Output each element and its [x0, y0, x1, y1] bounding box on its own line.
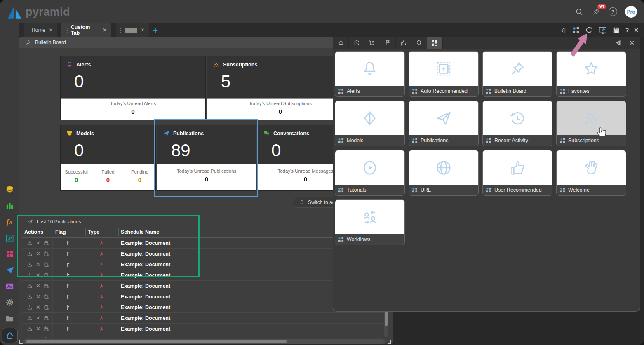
- bell-icon: [360, 59, 379, 78]
- tab-search[interactable]: [411, 37, 427, 49]
- gallery-tile-label: Publications: [421, 138, 448, 143]
- tab-flagged[interactable]: [380, 37, 396, 49]
- download-icon[interactable]: [26, 326, 33, 332]
- sidebar-item-formulate[interactable]: fx: [5, 217, 15, 227]
- gallery-tile-subscriptions[interactable]: Subscriptions: [556, 101, 626, 146]
- schedule-export-icon[interactable]: [43, 336, 50, 338]
- tab-redacted[interactable]: ✕: [116, 23, 149, 37]
- horizontal-scrollbar[interactable]: [23, 339, 385, 344]
- history-icon: [353, 39, 360, 47]
- sidebar-item-illustrate[interactable]: [5, 281, 15, 291]
- gallery-tile-alerts[interactable]: Alerts: [335, 51, 405, 97]
- delete-icon[interactable]: ✕: [36, 304, 40, 310]
- schedule-name: Example: Document: [118, 324, 193, 334]
- schedule-export-icon[interactable]: [43, 326, 50, 332]
- download-icon[interactable]: [26, 304, 33, 311]
- avatar[interactable]: Pro: [625, 6, 637, 18]
- tab-custom[interactable]: Custom Tab ✕: [61, 23, 111, 37]
- tab-bar: Home ✕ Custom Tab ✕ ✕ + ? ✕: [19, 23, 644, 37]
- sidebar-item-content[interactable]: [5, 313, 15, 323]
- close-tab-icon[interactable]: ✕: [103, 27, 107, 33]
- download-icon[interactable]: [26, 293, 33, 300]
- add-widget-icon: [486, 188, 491, 193]
- schedule-export-icon[interactable]: [43, 315, 50, 322]
- gallery-tile-welcome[interactable]: Welcome: [556, 150, 626, 196]
- flag-icon[interactable]: [66, 326, 72, 332]
- drag-handle-icon: [120, 28, 121, 33]
- gallery-tile-auto-recommended[interactable]: Auto Recommended: [409, 51, 479, 97]
- hand-cursor-icon: [595, 126, 608, 140]
- add-widget-icon: [560, 89, 565, 94]
- close-tab-icon[interactable]: ✕: [141, 27, 145, 33]
- design-chart-icon: [5, 233, 14, 243]
- gallery-tile-label: Recent Activity: [494, 138, 528, 143]
- panel-title: Bulletin Board: [35, 40, 66, 45]
- close-tab-icon[interactable]: ✕: [49, 27, 53, 33]
- save-icon[interactable]: [612, 26, 620, 34]
- help-icon[interactable]: ?: [609, 7, 617, 16]
- table-row[interactable]: ✕Example: Document: [22, 334, 388, 338]
- schedule-export-icon[interactable]: [43, 293, 50, 300]
- gallery-tile-recent-activity[interactable]: Recent Activity: [482, 101, 552, 146]
- gallery-tile-user-recommended[interactable]: User Recommended: [482, 150, 552, 196]
- download-icon[interactable]: [26, 283, 33, 289]
- tab-favorites[interactable]: [333, 37, 349, 49]
- close-icon[interactable]: ✕: [634, 27, 639, 33]
- search-icon[interactable]: [575, 7, 584, 16]
- schedule-export-icon[interactable]: [43, 283, 50, 289]
- tab-gallery[interactable]: [427, 37, 443, 49]
- delete-icon[interactable]: ✕: [36, 326, 40, 332]
- gallery-tile-url[interactable]: URL: [409, 150, 479, 196]
- sidebar-item-publish[interactable]: [5, 265, 15, 275]
- tab-content-tree[interactable]: [364, 37, 380, 49]
- tab-recommended[interactable]: [396, 37, 411, 49]
- stat-successful: Successful0: [61, 167, 92, 190]
- schedule-export-icon[interactable]: [43, 304, 50, 311]
- gallery-tile-bulletin-board[interactable]: Bulletin Board: [482, 51, 552, 97]
- kpi-tile-models: Models 0 Successful0 Failed0 Pending0: [60, 125, 156, 191]
- bar-chart-icon: [5, 201, 14, 211]
- delete-icon[interactable]: ✕: [36, 283, 40, 289]
- sidebar-item-home[interactable]: [2, 328, 18, 343]
- gear-icon: [5, 298, 14, 307]
- pushpin-icon: [25, 39, 32, 46]
- flag-icon[interactable]: [66, 336, 72, 338]
- flag-icon[interactable]: [66, 315, 72, 322]
- sidebar-item-tabulate[interactable]: [5, 249, 15, 259]
- download-icon[interactable]: [26, 315, 33, 322]
- table-row[interactable]: ✕Example: Document: [22, 313, 388, 324]
- redacted-tab-label: [125, 28, 137, 33]
- tile-title: Models: [76, 131, 94, 136]
- configure-icon[interactable]: [598, 26, 607, 35]
- sidebar-item-admin[interactable]: [5, 297, 15, 307]
- add-widget-icon: [486, 89, 491, 94]
- sidebar-item-model[interactable]: [5, 185, 15, 195]
- help-icon[interactable]: ?: [625, 27, 629, 33]
- panel-collapse-icon[interactable]: [615, 39, 623, 47]
- gallery-tile-publications[interactable]: Publications: [409, 101, 479, 146]
- bell-icon: [66, 61, 73, 68]
- gallery-tile-models[interactable]: Models: [335, 101, 405, 146]
- table-row[interactable]: ✕Example: Document: [22, 324, 388, 334]
- flag-icon[interactable]: [66, 283, 72, 289]
- add-widget-icon: [412, 89, 418, 94]
- gallery-tile-label: URL: [421, 187, 431, 193]
- delete-icon[interactable]: ✕: [36, 336, 40, 338]
- sidebar-item-present[interactable]: [5, 233, 15, 243]
- download-icon[interactable]: [26, 336, 33, 338]
- gallery-tile-label: Bulletin Board: [494, 88, 526, 94]
- flag-icon[interactable]: [66, 304, 72, 311]
- tab-recent[interactable]: [349, 37, 364, 49]
- close-panel-icon[interactable]: ✕: [629, 39, 635, 47]
- gallery-tile-tutorials[interactable]: Tutorials: [335, 150, 405, 196]
- sidebar-item-discover[interactable]: [5, 201, 15, 211]
- flag-icon[interactable]: [66, 293, 72, 300]
- add-widget-icon: [560, 138, 565, 143]
- scrollbar-thumb[interactable]: [26, 340, 287, 343]
- gallery-tile-workflows[interactable]: Workflows: [335, 199, 405, 245]
- tab-home[interactable]: Home ✕: [24, 23, 57, 37]
- delete-icon[interactable]: ✕: [36, 315, 40, 321]
- notifications-button[interactable]: 94: [592, 7, 601, 16]
- delete-icon[interactable]: ✕: [36, 293, 40, 300]
- new-tab-button[interactable]: +: [153, 26, 158, 35]
